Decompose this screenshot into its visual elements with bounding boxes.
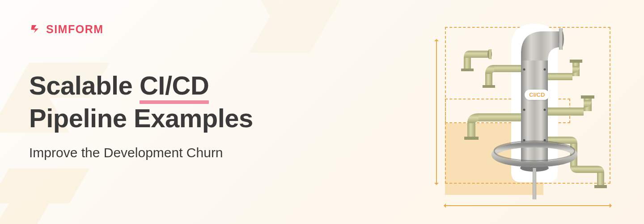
pipeline-illustration: CI/CD xyxy=(432,20,619,208)
title-highlight: CI/CD xyxy=(140,69,209,102)
svg-rect-5 xyxy=(470,51,490,58)
pipe-graphic xyxy=(432,20,619,208)
brand-logo: SIMFORM xyxy=(29,22,253,36)
simform-logo-icon xyxy=(29,22,42,36)
brand-name: SIMFORM xyxy=(46,23,104,36)
svg-rect-4 xyxy=(533,168,536,199)
svg-rect-11 xyxy=(485,72,492,86)
svg-rect-25 xyxy=(597,173,604,185)
svg-rect-13 xyxy=(479,113,521,121)
svg-rect-9 xyxy=(489,49,491,59)
hero-title: Scalable CI/CD Pipeline Examples xyxy=(29,69,253,134)
hero-content: SIMFORM Scalable CI/CD Pipeline Examples… xyxy=(29,22,253,160)
hero-subtitle: Improve the Development Churn xyxy=(29,145,253,160)
svg-point-34 xyxy=(544,139,546,142)
title-line-2: Pipeline Examples xyxy=(29,103,253,133)
svg-rect-10 xyxy=(494,65,521,72)
svg-rect-7 xyxy=(461,69,474,71)
svg-point-29 xyxy=(523,69,525,71)
svg-rect-19 xyxy=(548,108,584,116)
svg-rect-6 xyxy=(464,58,471,69)
svg-point-32 xyxy=(544,109,546,111)
cicd-badge: CI/CD xyxy=(525,90,549,100)
svg-rect-15 xyxy=(464,137,479,140)
svg-point-33 xyxy=(523,139,525,142)
svg-rect-2 xyxy=(559,28,563,50)
svg-rect-21 xyxy=(581,95,594,99)
svg-rect-16 xyxy=(548,73,572,80)
svg-point-31 xyxy=(523,109,525,111)
title-prefix: Scalable xyxy=(29,71,140,100)
svg-rect-14 xyxy=(467,121,475,137)
svg-point-30 xyxy=(544,69,546,71)
svg-rect-26 xyxy=(594,185,607,188)
svg-rect-18 xyxy=(570,60,582,63)
svg-rect-24 xyxy=(577,166,597,173)
svg-rect-12 xyxy=(483,85,495,88)
